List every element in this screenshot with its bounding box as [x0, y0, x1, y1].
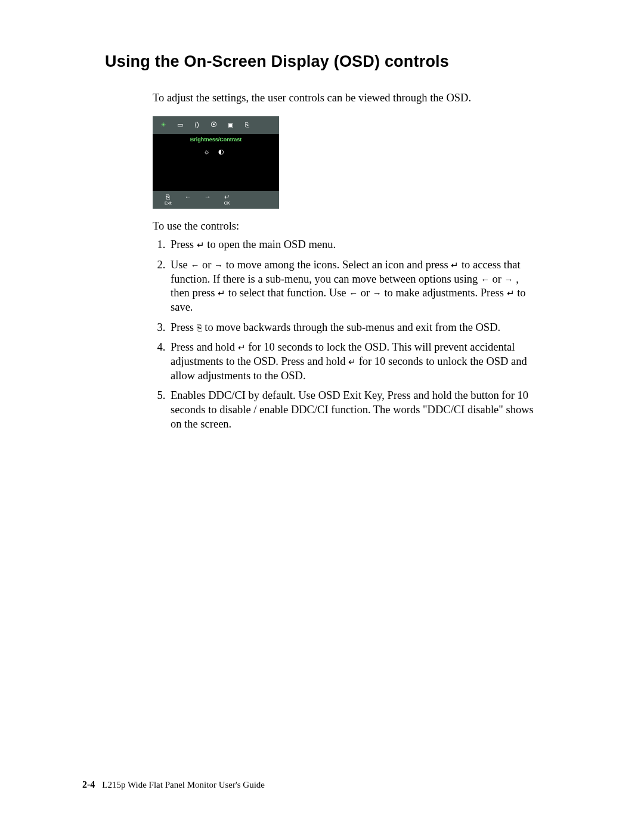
exit-label: Exit — [165, 201, 172, 205]
enter-icon: ↵ — [197, 240, 205, 250]
arrow-right-icon: → — [214, 260, 223, 270]
enter-icon: ↵ — [348, 357, 356, 367]
arrow-left-icon: ← — [481, 274, 490, 284]
arrow-right-icon: → — [504, 274, 513, 284]
exit-icon: ⎘ — [197, 323, 202, 333]
brightness-icon: ☀ — [157, 122, 169, 128]
step-4: Press and hold ↵ for 10 seconds to lock … — [168, 340, 534, 383]
enter-icon: ↵ — [224, 194, 230, 200]
osd-left-button: ← — [185, 194, 191, 205]
step-5: Enables DDC/CI by default. Use OSD Exit … — [168, 389, 534, 431]
lead-paragraph: To use the controls: — [153, 219, 534, 234]
image-setup-icon: ⟨⟩ — [191, 122, 203, 128]
enter-icon: ↵ — [451, 260, 459, 270]
osd-right-button: → — [205, 194, 211, 205]
step-2: Use ← or → to move among the icons. Sele… — [168, 258, 534, 315]
step-3: Press ⎘ to move backwards through the su… — [168, 321, 534, 335]
arrow-right-icon: → — [205, 194, 211, 200]
osd-title: Brightness/Contrast — [153, 137, 279, 144]
page: Using the On-Screen Display (OSD) contro… — [0, 0, 644, 833]
osd-exit-button: ⎘ Exit — [165, 194, 172, 205]
arrow-left-icon: ← — [190, 260, 199, 270]
image-position-icon: ▭ — [174, 122, 186, 128]
exit-top-icon: ⎘ — [241, 122, 253, 128]
color-icon: ⦿ — [208, 122, 219, 128]
arrow-left-icon: ← — [349, 288, 358, 298]
intro-paragraph: To adjust the settings, the user control… — [153, 91, 534, 106]
ok-label: OK — [224, 201, 230, 205]
page-footer: 2-4 L215p Wide Flat Panel Monitor User's… — [82, 779, 265, 790]
enter-icon: ↵ — [238, 342, 246, 352]
osd-sub-icons: ☼ ◐ — [153, 147, 279, 156]
step-1: Press ↵ to open the main OSD menu. — [168, 238, 534, 252]
arrow-left-icon: ← — [185, 194, 191, 200]
exit-icon: ⎘ — [166, 194, 170, 200]
options-icon: ▣ — [224, 122, 236, 128]
content-block: To adjust the settings, the user control… — [153, 91, 534, 431]
page-number: 2-4 — [82, 779, 95, 789]
section-heading: Using the On-Screen Display (OSD) contro… — [105, 52, 578, 71]
steps-list: Press ↵ to open the main OSD menu. Use ←… — [153, 238, 534, 431]
document-title: L215p Wide Flat Panel Monitor User's Gui… — [102, 780, 265, 789]
arrow-right-icon: → — [373, 288, 382, 298]
osd-ok-button: ↵ OK — [224, 194, 230, 205]
enter-icon: ↵ — [218, 288, 225, 298]
osd-screenshot: ☀ ▭ ⟨⟩ ⦿ ▣ ⎘ Brightness/Contrast ☼ ◐ ⎘ E… — [153, 116, 279, 209]
osd-top-bar: ☀ ▭ ⟨⟩ ⦿ ▣ ⎘ — [153, 116, 279, 134]
enter-icon: ↵ — [507, 288, 515, 298]
osd-bottom-bar: ⎘ Exit ← → ↵ OK — [153, 191, 279, 209]
